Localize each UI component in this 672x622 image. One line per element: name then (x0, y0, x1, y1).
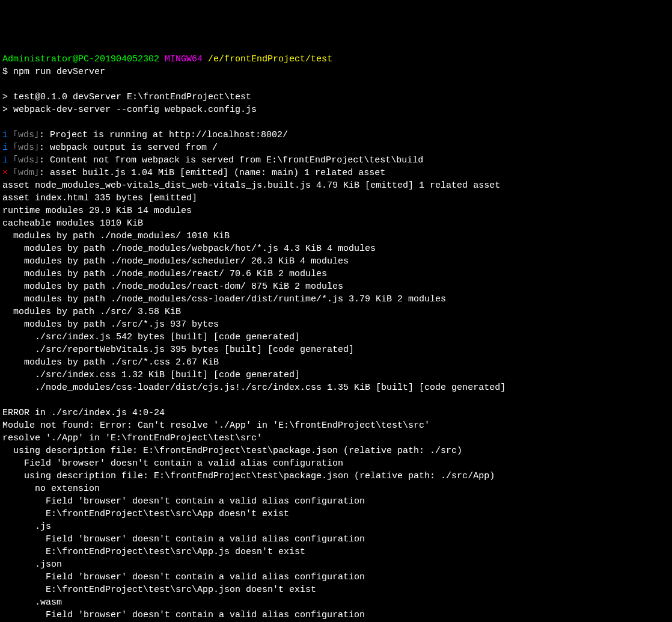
error-line: using description file: E:\frontEndProje… (2, 445, 670, 457)
module-line: modules by path ./node_modules/react-dom… (2, 280, 670, 293)
blank (2, 78, 670, 91)
module-line: ./src/index.css 1.32 KiB [built] [code g… (2, 369, 670, 381)
wdm-prefix: ｢wdm｣ (13, 168, 39, 178)
module-line: ./src/reportWebVitals.js 395 bytes [buil… (2, 343, 670, 356)
error-line: resolve './App' in 'E:\frontEndProject\t… (2, 432, 670, 445)
module-line: modules by path ./node_modules/css-loade… (2, 293, 670, 306)
module-line: modules by path ./node_modules/react/ 70… (2, 268, 670, 280)
cwd: /e/frontEndProject/test (208, 54, 332, 64)
error-line: Field 'browser' doesn't contain a valid … (2, 533, 670, 546)
wdm-text: : asset built.js 1.04 MiB [emitted] (nam… (39, 168, 385, 178)
blank (2, 116, 670, 129)
command-line: $ npm run devServer (2, 66, 670, 78)
user-host: Administrator@PC-201904052302 (2, 54, 159, 64)
terminal[interactable]: Administrator@PC-201904052302 MINGW64 /e… (2, 53, 670, 622)
error-line: Field 'browser' doesn't contain a valid … (2, 457, 670, 470)
wds-line-3: i ｢wds｣: Content not from webpack is ser… (2, 154, 670, 167)
asset-line: asset node_modules_web-vitals_dist_web-v… (2, 179, 670, 192)
command: npm run devServer (13, 67, 105, 77)
error-line: E:\frontEndProject\test\src\App doesn't … (2, 508, 670, 520)
prompt-symbol: $ (2, 67, 8, 77)
cacheable-line: cacheable modules 1010 KiB (2, 217, 670, 230)
wds-line-2: i ｢wds｣: webpack output is served from / (2, 141, 670, 154)
wds-line-1: i ｢wds｣: Project is running at http://lo… (2, 129, 670, 141)
env: MINGW64 (165, 54, 203, 64)
wds-text: : webpack output is served from / (39, 143, 218, 153)
error-line: .js (2, 520, 670, 533)
blank (2, 394, 670, 407)
asset-line: asset index.html 335 bytes [emitted] (2, 192, 670, 205)
error-line: E:\frontEndProject\test\src\App.json doe… (2, 584, 670, 596)
error-icon: × (2, 168, 8, 178)
module-line: modules by path ./src/ 3.58 KiB (2, 306, 670, 318)
info-icon: i (2, 130, 8, 140)
wds-prefix: ｢wds｣ (13, 130, 39, 140)
npm-header-1: > test@0.1.0 devServer E:\frontEndProjec… (2, 91, 670, 103)
prompt-line: Administrator@PC-201904052302 MINGW64 /e… (2, 53, 670, 66)
module-line: modules by path ./node_modules/ 1010 KiB (2, 230, 670, 242)
wds-text: : Content not from webpack is served fro… (39, 155, 423, 165)
wds-prefix: ｢wds｣ (13, 143, 39, 153)
module-line: modules by path ./node_modules/scheduler… (2, 255, 670, 268)
module-line: modules by path ./src/*.js 937 bytes (2, 318, 670, 331)
wds-text: : Project is running at http://localhost… (39, 130, 288, 140)
error-line: .wasm (2, 596, 670, 609)
error-line: Field 'browser' doesn't contain a valid … (2, 495, 670, 508)
error-line: .json (2, 558, 670, 571)
module-line: ./node_modules/css-loader/dist/cjs.js!./… (2, 381, 670, 394)
module-line: ./src/index.js 542 bytes [built] [code g… (2, 331, 670, 343)
info-icon: i (2, 143, 8, 153)
module-line: modules by path ./src/*.css 2.67 KiB (2, 356, 670, 369)
error-line: using description file: E:\frontEndProje… (2, 470, 670, 482)
info-icon: i (2, 155, 8, 165)
runtime-line: runtime modules 29.9 KiB 14 modules (2, 205, 670, 217)
error-line: ERROR in ./src/index.js 4:0-24 (2, 407, 670, 419)
error-line: Field 'browser' doesn't contain a valid … (2, 571, 670, 584)
error-line: no extension (2, 482, 670, 495)
module-line: modules by path ./node_modules/webpack/h… (2, 242, 670, 255)
npm-header-2: > webpack-dev-server --config webpack.co… (2, 103, 670, 116)
wds-prefix: ｢wds｣ (13, 155, 39, 165)
error-line: Field 'browser' doesn't contain a valid … (2, 609, 670, 621)
error-line: E:\frontEndProject\test\src\App.js doesn… (2, 546, 670, 558)
wdm-line: × ｢wdm｣: asset built.js 1.04 MiB [emitte… (2, 167, 670, 179)
error-line: Module not found: Error: Can't resolve '… (2, 419, 670, 432)
